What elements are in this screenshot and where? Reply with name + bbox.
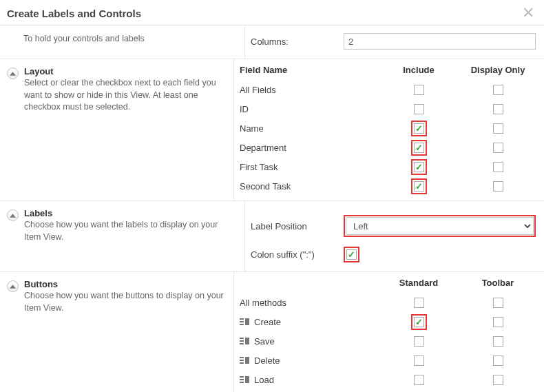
section-buttons-left: Buttons Choose how you want the buttons … — [0, 272, 233, 392]
cell — [460, 140, 536, 155]
colon-suffix-label: Colon suffix (":") — [251, 249, 344, 260]
include-checkbox[interactable] — [414, 104, 424, 114]
display-only-checkbox[interactable] — [493, 143, 503, 153]
method-label-text: Load — [254, 375, 274, 385]
cell — [377, 295, 460, 310]
svg-rect-8 — [240, 340, 244, 342]
display-only-checkbox[interactable] — [493, 123, 503, 134]
highlight: Left — [344, 215, 536, 237]
method-label-text: Delete — [254, 355, 280, 366]
include-checkbox[interactable] — [414, 181, 424, 192]
svg-rect-3 — [240, 318, 244, 320]
method-label: Save — [240, 333, 377, 349]
cell — [377, 159, 460, 174]
method-label: All methods — [240, 295, 377, 310]
highlight — [411, 159, 427, 175]
buttons-grid: Standard Toolbar All methodsCreateSaveDe… — [240, 278, 536, 387]
section-top-right: Columns: — [244, 25, 544, 59]
standard-checkbox[interactable] — [414, 317, 424, 327]
highlight — [411, 178, 427, 194]
highlight — [411, 140, 427, 156]
labels-desc: Choose how you want the labels to displa… — [24, 219, 235, 243]
layout-desc: Select or clear the checkbox next to eac… — [24, 77, 224, 114]
buttons-desc: Choose how you want the buttons to displ… — [24, 290, 224, 314]
cell — [460, 82, 536, 97]
svg-rect-10 — [245, 338, 249, 344]
svg-rect-14 — [245, 357, 249, 364]
display-only-checkbox[interactable] — [493, 162, 503, 172]
standard-checkbox[interactable] — [414, 355, 424, 366]
svg-rect-5 — [240, 324, 244, 325]
cell — [460, 101, 536, 116]
highlight — [411, 121, 427, 136]
method-icon — [240, 375, 250, 384]
toolbar-checkbox[interactable] — [493, 298, 503, 308]
svg-rect-17 — [240, 382, 244, 383]
display-only-checkbox[interactable] — [493, 181, 503, 192]
svg-rect-11 — [240, 357, 244, 358]
standard-checkbox[interactable] — [414, 298, 424, 308]
colon-suffix-checkbox[interactable] — [346, 249, 357, 260]
display-only-checkbox[interactable] — [493, 85, 503, 95]
label-position-label: Label Position — [251, 221, 344, 231]
cell — [377, 121, 460, 136]
label-position-select[interactable]: Left — [346, 217, 534, 235]
buttons-header-toolbar: Toolbar — [460, 278, 536, 291]
cell — [460, 159, 536, 174]
toolbar-checkbox[interactable] — [493, 317, 503, 327]
section-buttons: Buttons Choose how you want the buttons … — [0, 272, 544, 392]
cell — [460, 121, 536, 136]
layout-header-display: Display Only — [460, 65, 536, 78]
section-layout-left: Layout Select or clear the checkbox next… — [0, 59, 233, 200]
buttons-title: Buttons — [24, 279, 224, 289]
buttons-header-standard: Standard — [377, 278, 460, 291]
close-icon[interactable]: ✕ — [522, 6, 534, 21]
collapse-icon[interactable] — [7, 280, 19, 292]
section-layout-right: Field Name Include Display Only All Fiel… — [233, 59, 544, 200]
svg-marker-1 — [10, 214, 16, 217]
toolbar-checkbox[interactable] — [493, 355, 503, 366]
cell — [377, 101, 460, 116]
collapse-icon[interactable] — [7, 209, 19, 221]
method-label-text: Save — [254, 336, 275, 347]
toolbar-checkbox[interactable] — [493, 375, 503, 385]
toolbar-checkbox[interactable] — [493, 336, 503, 347]
include-checkbox[interactable] — [414, 143, 424, 153]
layout-header-field: Field Name — [240, 65, 377, 78]
columns-row: Columns: — [251, 31, 536, 52]
method-icon — [240, 337, 250, 346]
section-labels-left: Labels Choose how you want the labels to… — [0, 201, 244, 271]
method-label-text: Create — [254, 317, 281, 327]
cell — [377, 372, 460, 387]
layout-header-include: Include — [377, 65, 460, 78]
display-only-checkbox[interactable] — [493, 104, 503, 114]
cell — [460, 333, 536, 349]
svg-rect-16 — [240, 379, 244, 380]
section-top-left: To hold your controls and labels — [0, 25, 244, 59]
section-top: To hold your controls and labels Columns… — [0, 25, 544, 59]
columns-label: Columns: — [251, 37, 344, 47]
dialog-header: Create Labels and Controls ✕ — [0, 0, 544, 25]
include-checkbox[interactable] — [414, 123, 424, 134]
collapse-icon[interactable] — [7, 68, 19, 79]
field-label: ID — [240, 101, 377, 116]
method-icon — [240, 318, 250, 327]
cell — [377, 82, 460, 97]
columns-input[interactable] — [344, 33, 536, 50]
section-labels-right: Label Position Left Colon suffix (":") — [244, 201, 544, 271]
method-label: Load — [240, 372, 377, 387]
dialog-title: Create Labels and Controls — [7, 8, 141, 19]
cell — [377, 333, 460, 349]
buttons-header-spacer — [240, 283, 377, 286]
include-checkbox[interactable] — [414, 162, 424, 172]
standard-checkbox[interactable] — [414, 336, 424, 347]
cell — [460, 314, 536, 329]
labels-title: Labels — [24, 208, 235, 218]
field-label: Name — [240, 121, 377, 136]
cell — [377, 314, 460, 329]
include-checkbox[interactable] — [414, 85, 424, 95]
layout-title: Layout — [24, 66, 224, 76]
svg-rect-6 — [245, 318, 249, 325]
standard-checkbox[interactable] — [414, 375, 424, 385]
label-position-row: Label Position Left — [251, 215, 536, 237]
